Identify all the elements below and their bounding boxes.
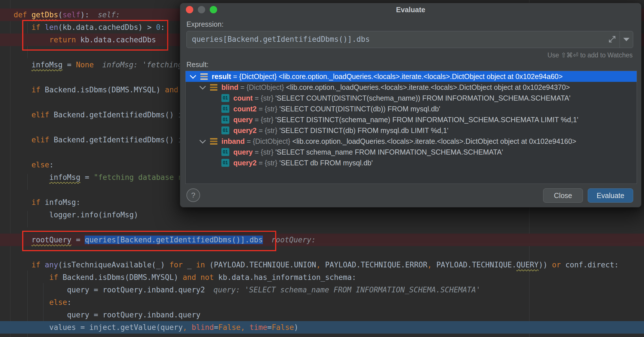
code-token: values = inject.getValue(query — [49, 323, 183, 332]
chevron-down-icon[interactable] — [190, 72, 196, 79]
help-button[interactable]: ? — [186, 188, 200, 202]
chevron-down-icon[interactable] — [200, 83, 206, 90]
str-value-icon: 01 — [221, 116, 229, 124]
expression-history-dropdown[interactable] — [620, 31, 633, 48]
code-token — [14, 173, 49, 182]
code-token — [14, 36, 49, 44]
code-token: else — [49, 298, 67, 307]
code-token — [14, 323, 49, 332]
code-token: Backend.isDbms(DBMS.MYSQL) — [45, 86, 165, 94]
variable-value: 'SELECT COUNT(DISTINCT(schema_name)) FRO… — [273, 94, 570, 102]
expression-input[interactable]: queries[Backend.getIdentifiedDbms()].dbs — [186, 31, 633, 48]
code-token: blind — [192, 323, 214, 332]
code-line: values = inject.getValue(query, blind=Fa… — [0, 321, 644, 334]
code-token: = — [214, 323, 218, 332]
tree-row[interactable]: 01query2 = {str} 'SELECT db FROM mysql.d… — [186, 157, 637, 168]
code-token: infoMsg — [32, 61, 63, 69]
code-token: else — [32, 161, 49, 169]
code-token: time — [250, 323, 267, 332]
code-token — [14, 273, 49, 282]
code-token: QUERY — [516, 261, 539, 269]
tree-row[interactable]: result = {DictObject} <lib.core.option._… — [186, 71, 637, 82]
code-line: rootQuery = queries[Backend.getIdentifie… — [0, 234, 644, 246]
code-line: else: — [0, 296, 644, 309]
variable-name: blind — [221, 83, 238, 91]
code-token: or — [552, 261, 565, 269]
variable-value: 'SELECT db FROM mysql.db' — [277, 159, 373, 167]
code-token: = — [72, 236, 85, 244]
variable-name: count — [233, 94, 253, 102]
code-token: : — [67, 298, 72, 307]
code-token: rootQuery — [32, 236, 72, 244]
chevron-down-icon[interactable] — [200, 137, 206, 144]
code-token: Backend.getIdentifiedDbms() i — [54, 136, 183, 144]
code-token: , — [316, 261, 321, 269]
code-token: )) — [539, 261, 552, 269]
variable-type: {str} — [265, 126, 277, 135]
code-token: any — [45, 261, 58, 269]
code-token: False — [218, 323, 240, 332]
code-token — [14, 136, 32, 144]
tree-row[interactable]: 01count2 = {str} 'SELECT COUNT(DISTINCT(… — [186, 103, 637, 114]
equals-sign: = — [231, 72, 239, 81]
code-token: not — [200, 273, 218, 282]
code-token: "fetching database n — [94, 173, 183, 182]
code-token: False — [272, 323, 294, 332]
variable-type: {DictObject} — [239, 72, 277, 81]
code-token: return — [49, 36, 80, 44]
code-line — [0, 221, 644, 234]
close-button[interactable]: Close — [543, 188, 583, 203]
code-token: getDbs — [32, 11, 58, 19]
evaluate-button[interactable]: Evaluate — [588, 188, 633, 203]
variable-type: {str} — [261, 94, 273, 102]
watches-shortcut-hint: Use ⇧⌘⏎ to add to Watches — [547, 51, 633, 59]
dialog-titlebar[interactable]: Evaluate — [180, 3, 641, 16]
code-token: ) — [294, 323, 298, 332]
code-line: if Backend.isDbms(DBMS.MYSQL) and not kb… — [0, 271, 644, 284]
code-token: if — [32, 198, 45, 207]
result-tree: result = {DictObject} <lib.core.option._… — [185, 71, 637, 184]
code-token — [14, 198, 32, 207]
code-token: logger.info(infoMsg) — [49, 211, 138, 219]
inline-debug-hint: infoMsg: 'fetching — [102, 61, 182, 69]
code-token: kb.data.has_information_schema: — [218, 273, 356, 282]
code-token: ( — [58, 11, 63, 19]
object-icon — [210, 84, 217, 91]
equals-sign: = — [253, 94, 261, 102]
str-value-icon: 01 — [221, 126, 229, 134]
inline-debug-hint: rootQuery: — [271, 236, 316, 244]
evaluate-dialog: Evaluate Expression: queries[Backend.get… — [180, 3, 641, 207]
variable-value: 'SELECT DISTINCT(db) FROM mysql.db LIMIT… — [277, 126, 448, 135]
tree-row[interactable]: blind = {DictObject} <lib.core.option._l… — [186, 82, 637, 93]
tree-row[interactable]: 01count = {str} 'SELECT COUNT(DISTINCT(s… — [186, 93, 637, 103]
inline-debug-hint: query: 'SELECT schema_name FROM INFORMAT… — [213, 286, 480, 294]
tree-row[interactable]: 01query = {str} 'SELECT schema_name FROM… — [186, 147, 637, 157]
code-token — [245, 323, 250, 332]
code-token — [14, 161, 32, 169]
variable-value: <lib.core.option._loadQueries.<locals>.i… — [290, 137, 576, 145]
code-token: def — [14, 11, 32, 19]
chevron-down-icon — [623, 38, 630, 41]
equals-sign: = — [257, 105, 265, 113]
code-token: : — [161, 23, 165, 32]
variable-name: result — [212, 72, 231, 81]
code-token: (PAYLOAD.TECHNIQUE.UNION — [209, 261, 316, 269]
code-token: if — [49, 273, 63, 282]
code-token: , — [427, 261, 432, 269]
tree-row[interactable]: 01query = {str} 'SELECT DISTINCT(schema_… — [186, 114, 637, 125]
result-label: Result: — [186, 61, 209, 69]
code-token: for — [169, 261, 187, 269]
variable-name: query — [233, 116, 253, 124]
variable-type: {DictObject} — [246, 83, 284, 91]
equals-sign: = — [253, 148, 261, 156]
tree-row[interactable]: inband = {DictObject} <lib.core.option._… — [186, 136, 637, 147]
str-value-icon: 01 — [221, 159, 229, 167]
code-line: logger.info(infoMsg) — [0, 209, 644, 221]
code-token: elif — [32, 136, 54, 144]
equals-sign: = — [253, 116, 261, 124]
expand-editor-icon[interactable] — [608, 35, 616, 43]
code-token: and — [165, 86, 178, 94]
tree-row[interactable]: 01query2 = {str} 'SELECT DISTINCT(db) FR… — [186, 125, 637, 136]
code-token: (isTechniqueAvailable(_) — [58, 261, 169, 269]
code-token — [14, 286, 67, 294]
